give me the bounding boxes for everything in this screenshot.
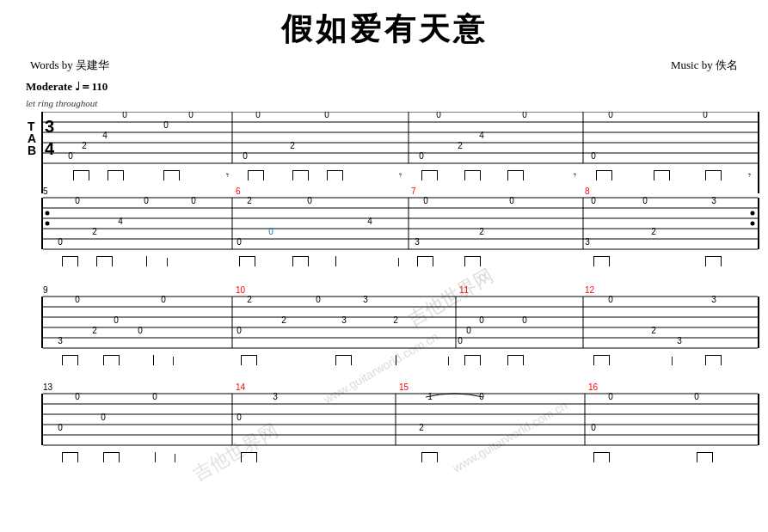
svg-rect-198: [464, 355, 480, 356]
svg-rect-73: [669, 170, 670, 180]
svg-rect-195: [396, 355, 396, 365]
svg-text:0: 0: [237, 326, 242, 335]
svg-rect-209: [721, 355, 722, 365]
svg-text:3: 3: [273, 392, 278, 401]
svg-text:2: 2: [419, 423, 424, 432]
svg-rect-66: [523, 170, 524, 180]
svg-text:2: 2: [82, 141, 87, 150]
page: 假如爱有天意 Words by 吴建华 Music by 佚名 Moderate…: [0, 0, 768, 532]
svg-text:4: 4: [367, 217, 372, 226]
svg-rect-202: [523, 355, 524, 365]
svg-rect-245: [241, 452, 242, 462]
svg-text:0: 0: [458, 336, 463, 345]
watermark-3: www.guitarworld.com.cn: [450, 398, 570, 475]
title: 假如爱有天意: [26, 9, 742, 51]
svg-text:0: 0: [161, 295, 166, 304]
svg-rect-122: [112, 256, 113, 266]
svg-rect-136: [464, 256, 465, 266]
svg-rect-144: [721, 256, 722, 266]
svg-text:0: 0: [58, 237, 63, 247]
svg-rect-249: [421, 452, 437, 453]
svg-rect-250: [437, 452, 438, 462]
svg-text:2: 2: [479, 227, 484, 236]
svg-rect-65: [507, 170, 523, 171]
svg-text:|: |: [447, 355, 450, 365]
svg-text:3: 3: [677, 336, 682, 345]
svg-rect-48: [248, 170, 249, 180]
svg-rect-137: [464, 256, 480, 257]
svg-text:|: |: [397, 256, 400, 266]
tempo-section: Moderate ♩＝110 let ring throughout: [26, 78, 742, 110]
svg-rect-189: [241, 355, 242, 365]
svg-text:0: 0: [243, 151, 248, 161]
svg-text:0: 0: [522, 112, 527, 119]
svg-text:2: 2: [651, 227, 656, 236]
svg-rect-185: [103, 355, 119, 356]
svg-rect-78: [41, 198, 43, 249]
svg-rect-128: [292, 256, 293, 266]
svg-rect-251: [593, 452, 594, 462]
svg-text:0: 0: [419, 151, 424, 161]
svg-text:0: 0: [237, 237, 242, 247]
svg-rect-135: [433, 256, 433, 266]
svg-rect-41: [108, 170, 108, 180]
svg-rect-255: [697, 452, 712, 453]
svg-text:10: 10: [236, 285, 246, 295]
svg-rect-239: [77, 452, 78, 462]
svg-rect-203: [593, 355, 594, 365]
svg-rect-130: [308, 256, 309, 266]
svg-rect-129: [292, 256, 308, 257]
svg-text:0: 0: [68, 151, 73, 161]
svg-point-115: [751, 211, 755, 216]
svg-rect-53: [308, 170, 309, 180]
svg-rect-42: [108, 170, 123, 171]
svg-rect-40: [89, 170, 89, 180]
svg-text:2: 2: [393, 315, 398, 325]
svg-text:8: 8: [585, 187, 590, 196]
svg-text:0: 0: [608, 392, 613, 401]
svg-rect-238: [62, 452, 77, 453]
score-svg: 吉他世界网 www.guitarworld.com.cn www.guitarw…: [26, 112, 759, 516]
svg-rect-211: [758, 394, 759, 445]
svg-rect-133: [417, 256, 418, 266]
svg-rect-181: [62, 355, 63, 365]
svg-rect-193: [335, 355, 351, 356]
tempo-instruction: let ring throughout: [26, 98, 97, 108]
tempo-label: Moderate: [26, 80, 75, 93]
svg-rect-56: [342, 170, 343, 180]
svg-rect-205: [609, 355, 610, 365]
svg-rect-256: [712, 452, 713, 462]
svg-text:0: 0: [114, 315, 119, 325]
svg-rect-204: [593, 355, 609, 356]
svg-text:11: 11: [459, 285, 470, 295]
svg-rect-210: [41, 394, 43, 445]
svg-rect-243: [155, 452, 156, 462]
svg-text:0: 0: [101, 413, 106, 422]
svg-rect-187: [153, 355, 154, 365]
svg-text:12: 12: [585, 285, 595, 295]
svg-rect-190: [241, 355, 256, 356]
svg-text:3: 3: [711, 196, 716, 205]
svg-rect-138: [480, 256, 481, 266]
svg-rect-39: [73, 170, 89, 171]
svg-text:7: 7: [411, 187, 416, 196]
svg-rect-0: [41, 112, 43, 193]
svg-rect-123: [146, 256, 147, 266]
svg-text:0: 0: [509, 196, 514, 205]
svg-text:0: 0: [75, 295, 80, 304]
svg-text:0: 0: [591, 423, 596, 432]
svg-text:𝄾: 𝄾: [399, 173, 402, 178]
svg-text:0: 0: [703, 112, 708, 119]
svg-text:0: 0: [324, 112, 329, 119]
svg-text:0: 0: [423, 196, 428, 205]
svg-rect-197: [464, 355, 465, 365]
svg-text:|: |: [174, 452, 176, 462]
svg-text:4: 4: [118, 217, 123, 226]
svg-text:0: 0: [436, 112, 441, 119]
svg-text:0: 0: [268, 227, 273, 236]
svg-rect-199: [480, 355, 481, 365]
svg-rect-184: [103, 355, 104, 365]
svg-text:2: 2: [290, 141, 295, 150]
svg-rect-120: [96, 256, 97, 266]
music-credit: Music by 佚名: [671, 58, 738, 73]
